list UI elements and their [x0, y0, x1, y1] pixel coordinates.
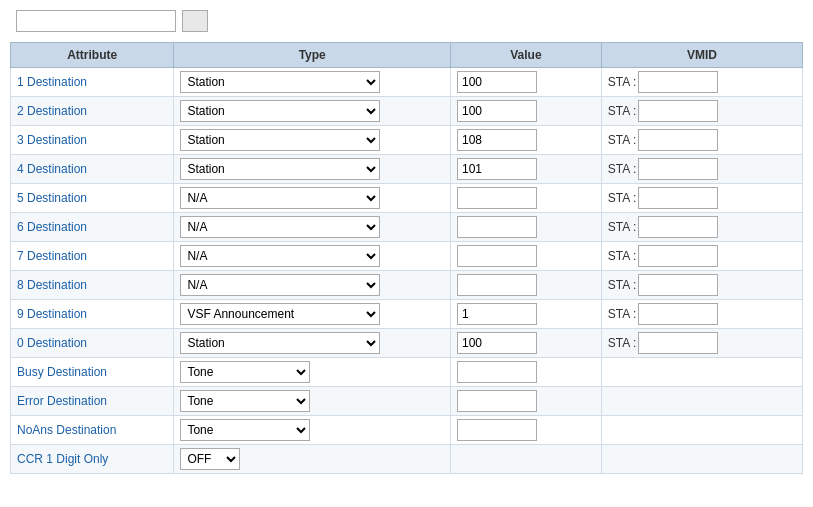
table-row: 0 DestinationStationN/AVSF AnnouncementT… — [11, 329, 803, 358]
type-select[interactable]: ToneStationN/AVSF Announcement — [180, 390, 310, 412]
type-select[interactable]: StationN/AVSF AnnouncementToneAttendantH… — [180, 245, 380, 267]
vmid-input[interactable] — [638, 332, 718, 354]
value-input[interactable] — [457, 361, 537, 383]
vmid-cell[interactable]: STA : — [601, 300, 802, 329]
value-cell — [450, 416, 601, 445]
value-input[interactable] — [457, 245, 537, 267]
vmid-input[interactable] — [638, 158, 718, 180]
type-select[interactable]: StationN/AVSF AnnouncementToneAttendantH… — [180, 332, 380, 354]
table-row: 1 DestinationStationN/AVSF AnnouncementT… — [11, 68, 803, 97]
vmid-input[interactable] — [638, 216, 718, 238]
load-button[interactable] — [182, 10, 208, 32]
vmid-input[interactable] — [638, 71, 718, 93]
type-cell[interactable]: StationN/AVSF AnnouncementToneAttendantH… — [174, 68, 451, 97]
vmid-input[interactable] — [638, 245, 718, 267]
vmid-label: STA : — [608, 220, 636, 234]
vmid-cell[interactable]: STA : — [601, 242, 802, 271]
type-select[interactable]: StationN/AVSF AnnouncementToneAttendantH… — [180, 158, 380, 180]
value-cell[interactable] — [450, 300, 601, 329]
value-input[interactable] — [457, 419, 537, 441]
vmid-cell[interactable]: STA : — [601, 126, 802, 155]
type-cell[interactable]: ToneStationN/AVSF Announcement — [174, 416, 451, 445]
vmid-input[interactable] — [638, 274, 718, 296]
vmid-cell[interactable]: STA : — [601, 68, 802, 97]
value-input[interactable] — [457, 158, 537, 180]
vmid-cell — [601, 358, 802, 387]
attribute-cell: 3 Destination — [11, 126, 174, 155]
value-input[interactable] — [457, 390, 537, 412]
type-select[interactable]: ToneStationN/AVSF Announcement — [180, 361, 310, 383]
value-input[interactable] — [457, 216, 537, 238]
vmid-label: STA : — [608, 133, 636, 147]
type-select[interactable]: StationN/AVSF AnnouncementToneAttendantH… — [180, 274, 380, 296]
vmid-input[interactable] — [638, 187, 718, 209]
vmid-label: STA : — [608, 104, 636, 118]
table-row: NoAns DestinationToneStationN/AVSF Annou… — [11, 416, 803, 445]
table-header-row: Attribute Type Value VMID — [11, 43, 803, 68]
vmid-input[interactable] — [638, 100, 718, 122]
value-cell — [450, 358, 601, 387]
type-cell[interactable]: StationN/AVSF AnnouncementToneAttendantH… — [174, 300, 451, 329]
vmid-label: STA : — [608, 307, 636, 321]
value-cell[interactable] — [450, 97, 601, 126]
attribute-cell: 9 Destination — [11, 300, 174, 329]
attribute-cell: 6 Destination — [11, 213, 174, 242]
vmid-cell[interactable]: STA : — [601, 213, 802, 242]
attribute-cell: 4 Destination — [11, 155, 174, 184]
value-cell[interactable] — [450, 126, 601, 155]
type-cell[interactable]: ToneStationN/AVSF Announcement — [174, 358, 451, 387]
value-cell — [450, 184, 601, 213]
attribute-cell: 8 Destination — [11, 271, 174, 300]
index-input[interactable] — [16, 10, 176, 32]
type-select[interactable]: StationN/AVSF AnnouncementToneAttendantH… — [180, 303, 380, 325]
attribute-cell: 2 Destination — [11, 97, 174, 126]
attribute-cell: NoAns Destination — [11, 416, 174, 445]
table-row: 9 DestinationStationN/AVSF AnnouncementT… — [11, 300, 803, 329]
value-cell — [450, 271, 601, 300]
vmid-cell[interactable]: STA : — [601, 184, 802, 213]
value-input[interactable] — [457, 303, 537, 325]
type-cell[interactable]: StationN/AVSF AnnouncementToneAttendantH… — [174, 271, 451, 300]
type-select[interactable]: StationN/AVSF AnnouncementToneAttendantH… — [180, 187, 380, 209]
value-cell — [450, 213, 601, 242]
value-cell[interactable] — [450, 68, 601, 97]
value-input[interactable] — [457, 129, 537, 151]
type-cell[interactable]: StationN/AVSF AnnouncementToneAttendantH… — [174, 97, 451, 126]
type-cell[interactable]: ToneStationN/AVSF Announcement — [174, 387, 451, 416]
vmid-input[interactable] — [638, 303, 718, 325]
vmid-label: STA : — [608, 162, 636, 176]
vmid-cell[interactable]: STA : — [601, 329, 802, 358]
value-cell[interactable] — [450, 329, 601, 358]
type-cell[interactable]: StationN/AVSF AnnouncementToneAttendantH… — [174, 126, 451, 155]
vmid-cell[interactable]: STA : — [601, 97, 802, 126]
type-select[interactable]: StationN/AVSF AnnouncementToneAttendantH… — [180, 129, 380, 151]
value-input[interactable] — [457, 332, 537, 354]
type-select[interactable]: StationN/AVSF AnnouncementToneAttendantH… — [180, 216, 380, 238]
vmid-label: STA : — [608, 249, 636, 263]
col-header-value: Value — [450, 43, 601, 68]
type-select[interactable]: StationN/AVSF AnnouncementToneAttendantH… — [180, 100, 380, 122]
type-cell[interactable]: StationN/AVSF AnnouncementToneAttendantH… — [174, 155, 451, 184]
vmid-label: STA : — [608, 75, 636, 89]
type-cell[interactable]: StationN/AVSF AnnouncementToneAttendantH… — [174, 213, 451, 242]
type-cell[interactable]: StationN/AVSF AnnouncementToneAttendantH… — [174, 242, 451, 271]
vmid-cell — [601, 416, 802, 445]
type-select[interactable]: OFFON — [180, 448, 240, 470]
attribute-cell: CCR 1 Digit Only — [11, 445, 174, 474]
value-input[interactable] — [457, 187, 537, 209]
vmid-input[interactable] — [638, 129, 718, 151]
col-header-vmid: VMID — [601, 43, 802, 68]
attribute-cell: 7 Destination — [11, 242, 174, 271]
value-input[interactable] — [457, 100, 537, 122]
table-row: 3 DestinationStationN/AVSF AnnouncementT… — [11, 126, 803, 155]
type-select[interactable]: ToneStationN/AVSF Announcement — [180, 419, 310, 441]
vmid-cell[interactable]: STA : — [601, 155, 802, 184]
type-cell[interactable]: StationN/AVSF AnnouncementToneAttendantH… — [174, 329, 451, 358]
type-cell[interactable]: StationN/AVSF AnnouncementToneAttendantH… — [174, 184, 451, 213]
type-select[interactable]: StationN/AVSF AnnouncementToneAttendantH… — [180, 71, 380, 93]
value-input[interactable] — [457, 71, 537, 93]
type-cell[interactable]: OFFON — [174, 445, 451, 474]
value-cell[interactable] — [450, 155, 601, 184]
vmid-cell[interactable]: STA : — [601, 271, 802, 300]
value-input[interactable] — [457, 274, 537, 296]
